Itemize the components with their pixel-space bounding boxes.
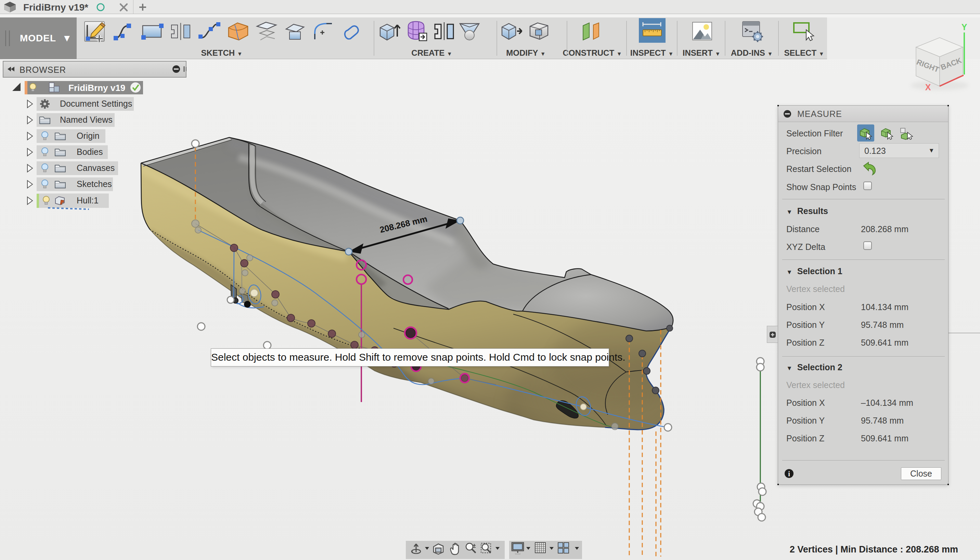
svg-text:ADD-INS ▼: ADD-INS ▼ — [731, 48, 773, 57]
svg-text:SELECT ▼: SELECT ▼ — [784, 48, 824, 57]
svg-text:INSPECT ▼: INSPECT ▼ — [630, 48, 674, 57]
svg-text:INSERT ▼: INSERT ▼ — [682, 48, 721, 57]
svg-text:CONSTRUCT ▼: CONSTRUCT ▼ — [562, 48, 622, 57]
svg-text:CREATE ▼: CREATE ▼ — [411, 48, 452, 57]
svg-text:i: i — [788, 470, 790, 478]
svg-text:Y: Y — [962, 22, 967, 32]
svg-text:X: X — [925, 82, 931, 92]
svg-text:MODIFY ▼: MODIFY ▼ — [506, 48, 545, 57]
svg-text:SKETCH ▼: SKETCH ▼ — [201, 48, 242, 57]
